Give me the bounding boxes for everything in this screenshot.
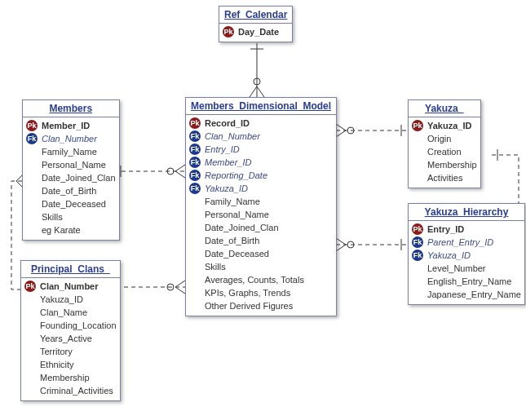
attr-label: Date_Deceased (40, 197, 106, 210)
svg-line-19 (336, 130, 346, 137)
attr-label: Membership (426, 158, 477, 171)
attr-row: Date_Deceased (26, 197, 116, 210)
attr-label: Criminal_Activities (38, 384, 113, 397)
svg-line-23 (336, 238, 346, 245)
attr-row: Skills (26, 210, 116, 223)
attr-label: Record_ID (203, 117, 250, 130)
key-spacer (24, 346, 36, 357)
attr-row: Skills (189, 260, 333, 273)
entity-dimensional: Members_Dimensional_Model PkRecord_IDFkC… (185, 97, 337, 316)
svg-line-31 (16, 181, 22, 187)
attr-list: PkDay_Date (219, 24, 292, 42)
svg-line-18 (336, 124, 346, 130)
key-spacer (24, 333, 36, 344)
key-spacer (26, 211, 38, 223)
key-spacer (189, 287, 201, 298)
key-spacer (412, 159, 423, 170)
attr-label: Averages, Counts, Totals (203, 273, 304, 286)
attr-label: Skills (40, 210, 63, 223)
attr-row: English_Entry_Name (412, 275, 521, 288)
attr-label: Yakuza_ID (426, 119, 471, 132)
key-spacer (412, 263, 423, 274)
attr-row: Level_Number (412, 262, 521, 275)
foreign-key-icon: Fk (26, 133, 38, 144)
key-spacer (26, 159, 38, 170)
attr-row: Origin (412, 132, 477, 145)
svg-line-8 (175, 171, 185, 178)
attr-row: PkYakuza_ID (412, 119, 477, 132)
entity-title: Members_Dimensional_Model (186, 98, 336, 115)
key-spacer (412, 133, 423, 144)
attr-row: FkParent_Entry_ID (412, 236, 521, 249)
key-spacer (189, 300, 201, 312)
attr-label: Membership (38, 371, 90, 384)
attr-row: Personal_Name (189, 208, 333, 221)
attr-row: Family_Name (189, 195, 333, 208)
svg-point-17 (347, 127, 354, 134)
attr-label: Entry_ID (203, 143, 240, 156)
foreign-key-icon: Fk (189, 183, 201, 194)
entity-title: Members (23, 100, 119, 117)
key-spacer (189, 222, 201, 233)
attr-label: Entry_ID (426, 223, 464, 236)
entity-members: Members PkMember_IDFkClan_NumberFamily_N… (22, 99, 120, 241)
key-spacer (412, 172, 423, 183)
attr-row: Other Derived Figures (189, 299, 333, 312)
primary-key-icon: Pk (412, 120, 423, 131)
attr-label: Founding_Location (38, 319, 117, 332)
attr-row: Clan_Name (24, 306, 117, 319)
entity-title: Yakuza_Hierarchy (409, 204, 524, 221)
attr-label: Family_Name (40, 145, 97, 158)
foreign-key-icon: Fk (189, 170, 201, 181)
attr-label: Date_of_Birth (203, 234, 259, 247)
entity-title: Ref_Calendar (219, 7, 292, 24)
attr-row: KPIs, Graphs, Trends (189, 286, 333, 299)
svg-point-22 (347, 241, 354, 248)
attr-row: Criminal_Activities (24, 384, 117, 397)
attr-row: FkEntry_ID (189, 143, 333, 156)
attr-label: Clan_Number (38, 280, 99, 293)
attr-label: Family_Name (203, 195, 260, 208)
attr-label: Clan_Name (38, 306, 87, 319)
attr-row: PkEntry_ID (412, 223, 521, 236)
attr-row: PkClan_Number (24, 280, 117, 293)
svg-line-7 (175, 165, 185, 171)
attr-label: Origin (426, 132, 451, 145)
svg-line-14 (175, 287, 185, 294)
key-spacer (189, 274, 201, 285)
attr-label: Japanese_Entry_Name (426, 288, 521, 301)
attr-list: PkRecord_IDFkClan_NumberFkEntry_IDFkMemb… (186, 115, 336, 316)
key-spacer (412, 289, 423, 300)
attr-list: PkYakuza_IDOriginCreationMembershipActiv… (409, 117, 480, 188)
key-spacer (26, 172, 38, 183)
entity-hierarchy: Yakuza_Hierarchy PkEntry_IDFkParent_Entr… (408, 203, 525, 305)
foreign-key-icon: Fk (412, 237, 423, 248)
attr-list: PkEntry_IDFkParent_Entry_IDFkYakuza_IDLe… (409, 221, 524, 304)
attr-label: Creation (426, 145, 462, 158)
key-spacer (412, 146, 423, 157)
svg-line-2 (250, 86, 257, 97)
foreign-key-icon: Fk (189, 157, 201, 168)
attr-label: Parent_Entry_ID (426, 236, 493, 249)
key-spacer (412, 276, 423, 287)
entity-title: Yakuza_ (409, 100, 480, 117)
primary-key-icon: Pk (412, 223, 423, 235)
attr-label: eg Karate (40, 223, 81, 237)
attr-label: Date_Joined_Clan (40, 171, 116, 184)
attr-label: Date_Joined_Clan (203, 221, 279, 234)
key-spacer (189, 248, 201, 259)
attr-row: Territory (24, 345, 117, 358)
entity-clans: Principal_Clans_ PkClan_NumberYakuza_IDC… (20, 260, 121, 401)
attr-label: Yakuza_ID (203, 182, 248, 195)
key-spacer (189, 235, 201, 246)
entity-title: Principal_Clans_ (21, 261, 120, 278)
primary-key-icon: Pk (223, 26, 234, 38)
attr-label: Skills (203, 260, 226, 273)
attr-list: PkMember_IDFkClan_NumberFamily_NamePerso… (23, 117, 119, 240)
attr-label: Reporting_Date (203, 169, 267, 182)
attr-row: Date_of_Birth (189, 234, 333, 247)
entity-yakuza: Yakuza_ PkYakuza_IDOriginCreationMembers… (408, 99, 481, 188)
attr-row: FkReporting_Date (189, 169, 333, 182)
svg-line-24 (336, 245, 346, 251)
attr-label: Personal_Name (40, 158, 106, 171)
